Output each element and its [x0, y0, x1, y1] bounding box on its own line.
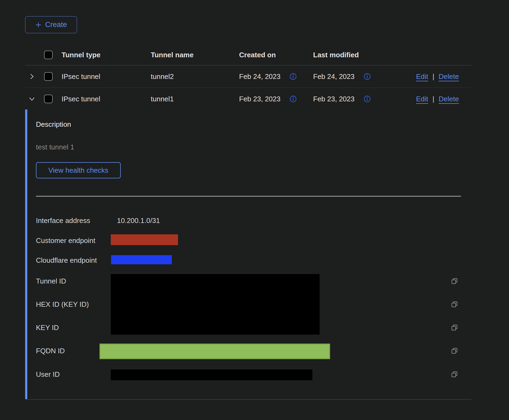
row-checkbox-tunnel2[interactable] [44, 72, 53, 81]
info-icon[interactable] [363, 95, 371, 103]
interface-address-label: Interface address [36, 216, 90, 225]
last-modified-value: Feb 23, 2023 [313, 95, 354, 103]
info-icon[interactable] [363, 72, 371, 81]
key-id-label: KEY ID [36, 324, 59, 332]
table-header-row: Tunnel type Tunnel name Created on Last … [25, 45, 471, 65]
chevron-down-icon [28, 95, 36, 103]
copy-button-tunnel-id[interactable] [451, 278, 458, 285]
info-icon[interactable] [289, 95, 297, 103]
description-value: test tunnel 1 [36, 143, 74, 151]
copy-button-key-id[interactable] [451, 324, 458, 331]
edit-link-tunnel1[interactable]: Edit [416, 95, 428, 103]
hex-id-label: HEX ID (KEY ID) [36, 300, 89, 308]
tunnel-type-cell: IPsec tunnel [62, 95, 151, 103]
collapse-row-button[interactable] [28, 95, 36, 103]
copy-button-user-id[interactable] [451, 371, 458, 378]
created-on-value: Feb 23, 2023 [239, 95, 280, 103]
copy-icon [451, 301, 458, 308]
delete-link-tunnel2[interactable]: Delete [439, 72, 459, 81]
column-header-tunnel-type: Tunnel type [62, 51, 151, 59]
chevron-right-icon [28, 73, 36, 80]
copy-icon [451, 324, 458, 331]
tunnels-table: Tunnel type Tunnel name Created on Last … [25, 45, 471, 110]
column-header-tunnel-name: Tunnel name [151, 51, 239, 59]
create-button[interactable]: Create [25, 16, 77, 33]
copy-button-fqdn-id[interactable] [451, 347, 458, 354]
description-label: Description [36, 120, 71, 128]
tunnel1-details-panel: Description test tunnel 1 View health ch… [25, 109, 474, 399]
customer-endpoint-label: Customer endpoint [36, 236, 95, 245]
view-health-checks-button[interactable]: View health checks [36, 162, 121, 178]
table-row-tunnel1: IPsec tunnel tunnel1 Feb 23, 2023 Feb 23… [25, 88, 471, 110]
copy-icon [451, 278, 458, 285]
user-id-label: User ID [36, 370, 60, 378]
tunnel-type-cell: IPsec tunnel [62, 72, 151, 81]
copy-button-hex-id[interactable] [451, 301, 458, 308]
interface-address-value: 10.200.1.0/31 [117, 216, 160, 225]
tunnel-name-cell: tunnel2 [151, 72, 239, 81]
select-all-checkbox[interactable] [44, 51, 53, 59]
column-header-last-modified: Last modified [313, 51, 416, 59]
ids-redacted-value [111, 274, 320, 335]
copy-icon [451, 371, 458, 378]
table-bottom-divider [27, 399, 471, 400]
expand-row-button[interactable] [28, 72, 36, 81]
cloudflare-endpoint-label: Cloudflare endpoint [36, 256, 97, 264]
customer-endpoint-redacted-value [111, 234, 178, 245]
tunnel-id-label: Tunnel ID [36, 277, 66, 285]
action-separator: | [433, 72, 434, 81]
user-id-redacted-value [111, 369, 312, 380]
section-divider [36, 196, 461, 196]
fqdn-id-redacted-value [99, 344, 330, 359]
table-row-tunnel2: IPsec tunnel tunnel2 Feb 24, 2023 Feb 24… [25, 65, 471, 88]
action-separator: | [433, 95, 434, 103]
edit-link-tunnel2[interactable]: Edit [416, 72, 428, 81]
ipsec-tunnels-page: Create Tunnel type Tunnel name Created o… [0, 0, 509, 420]
row-checkbox-tunnel1[interactable] [44, 95, 53, 103]
fqdn-id-label: FQDN ID [36, 347, 65, 355]
created-on-value: Feb 24, 2023 [239, 72, 280, 81]
cloudflare-endpoint-redacted-value [111, 255, 172, 264]
column-header-created-on: Created on [239, 51, 313, 59]
copy-icon [451, 347, 458, 354]
create-button-label: Create [45, 21, 67, 29]
last-modified-value: Feb 24, 2023 [313, 72, 354, 81]
info-icon[interactable] [289, 72, 297, 81]
delete-link-tunnel1[interactable]: Delete [439, 95, 459, 103]
tunnel-name-cell: tunnel1 [151, 95, 239, 103]
plus-icon [35, 22, 42, 28]
